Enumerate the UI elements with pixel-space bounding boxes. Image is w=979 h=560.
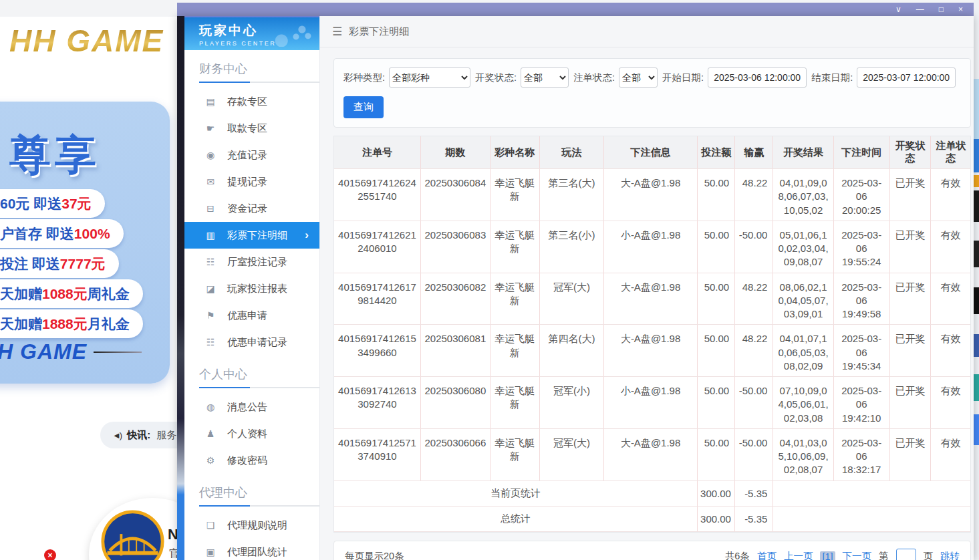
window-titlebar: ∨—□× [177, 3, 974, 16]
section-divider-accent [199, 505, 250, 507]
ticker-label: 快讯: [127, 429, 150, 442]
table-cell: 有效 [931, 221, 970, 273]
table-cell: 第三名(小) [539, 221, 603, 273]
table-cell: 20250306080 [420, 377, 490, 429]
hamburger-icon[interactable]: ☰ [332, 25, 342, 39]
promo-headline: 尊享 [9, 127, 100, 183]
bank-card-icon: ▤ [204, 96, 217, 107]
sidebar-item-label: 提现记录 [227, 176, 267, 188]
sidebar-item-label: 代理规则说明 [227, 519, 287, 532]
sidebar-item-agent-rules[interactable]: ❏代理规则说明 [184, 512, 319, 539]
sidebar-item-label: 存款专区 [227, 96, 267, 108]
table-row: 40156917412617981442020250306082幸运飞艇新冠军(… [334, 273, 970, 325]
sidebar-item-recharge-records[interactable]: ◉充值记录 [184, 142, 319, 168]
table-cell: 2025-03-06 19:45:34 [833, 325, 889, 377]
column-header: 输赢 [735, 136, 773, 169]
sidebar-item-label: 玩家投注报表 [227, 283, 287, 295]
background-right-sliver [974, 0, 979, 560]
sidebar-item-hall-bet-records[interactable]: ☷厅室投注记录 [184, 249, 319, 275]
first-page-link[interactable]: 首页 [757, 550, 777, 560]
table-cell: -50.00 [735, 377, 773, 429]
sidebar-item-withdraw-zone[interactable]: ☛取款专区 [184, 115, 319, 142]
sidebar: 玩家中心 PLAYERS CENTER 财务中心▤存款专区☛取款专区◉充值记录✉… [184, 16, 320, 560]
table-cell: 幸运飞艇新 [490, 377, 539, 429]
table-cell: 08,06,02,10,04,05,07,03,09,01 [773, 273, 833, 325]
jump-action-link[interactable]: 跳转 [940, 550, 960, 560]
lottery-type-select[interactable]: 全部彩种 [389, 67, 470, 88]
current-page-indicator[interactable]: [1] [820, 551, 835, 560]
popup-close-button[interactable]: × [44, 549, 56, 560]
table-cell: 冠军(大) [539, 273, 603, 325]
sidebar-item-promo-apply[interactable]: ⚑优惠申请 [184, 302, 319, 329]
sidebar-item-deposit-zone[interactable]: ▤存款专区 [184, 88, 319, 115]
lottery-type-select-label: 彩种类型: [343, 72, 385, 84]
next-page-link[interactable]: 下一页 [843, 550, 872, 560]
prev-page-link[interactable]: 上一页 [784, 550, 813, 560]
banner-text: 7777元 [60, 255, 106, 273]
section-divider [199, 82, 319, 83]
main-panel: ☰ 彩票下注明细 彩种类型:全部彩种开奖状态:全部注单状态:全部开始日期:结束日… [320, 16, 974, 560]
summary-win-loss: -5.35 [735, 506, 773, 531]
summary-bet-total: 300.00 [698, 506, 735, 531]
window-left-edge [177, 16, 184, 560]
sidebar-item-change-password[interactable]: ⚙修改密码 [184, 447, 319, 474]
sidebar-item-funds-records[interactable]: ⊟资金记录 [184, 195, 319, 222]
table-cell: 大-A盘@1.98 [604, 325, 698, 377]
start-date-input-label: 开始日期: [662, 72, 704, 84]
site-logo: HH GAME [9, 23, 164, 59]
table-row: 40156917412571374091020250306066幸运飞艇新冠军(… [334, 428, 970, 480]
summary-row: 当前页统计300.00-5.35 [334, 480, 970, 506]
table-cell: 20250306084 [420, 169, 490, 221]
promo-banner: 投注 即送7777元 [0, 249, 119, 278]
page-jump-input[interactable] [896, 549, 916, 560]
window-minimize-icon[interactable]: — [916, 5, 924, 13]
table-cell: 已开奖 [889, 325, 931, 377]
wallet-out-icon: ✉ [204, 176, 217, 187]
start-date-input[interactable] [708, 67, 807, 88]
table-row: 40156917412621240601020250306083幸运飞艇新第三名… [334, 221, 970, 273]
column-header: 开奖结果 [773, 136, 833, 169]
table-cell: 04,01,09,08,06,07,03,10,05,02 [773, 169, 833, 221]
sidebar-item-promo-apply-records[interactable]: ☷优惠申请记录 [184, 329, 319, 356]
moneybag-icon: ◉ [204, 150, 217, 160]
draw-status-select[interactable]: 全部 [521, 67, 569, 88]
table-cell: 有效 [931, 169, 970, 221]
table-row: 40156917412613309274020250306080幸运飞艇新冠军(… [334, 377, 970, 429]
sidebar-item-player-bet-report[interactable]: ◪玩家投注报表 [184, 275, 319, 302]
table-row: 40156917412624255174020250306084幸运飞艇新第三名… [334, 169, 970, 221]
sidebar-item-agent-team-stats[interactable]: ▣代理团队统计 [184, 539, 319, 560]
window-maximize-icon[interactable]: □ [939, 5, 944, 13]
table-cell: 已开奖 [889, 221, 931, 273]
sidebar-item-label: 优惠申请 [227, 309, 267, 322]
column-header: 玩法 [539, 136, 603, 169]
promo-panel: 尊享 60元 即送37元户首存 即送100%投注 即送7777元天加赠1088元… [0, 102, 170, 384]
section-divider [199, 505, 319, 507]
pagination-controls: 共6条 首页 上一页 [1] 下一页 第 页 跳转 [725, 549, 960, 560]
search-button[interactable]: 查询 [343, 96, 384, 118]
table-cell: 已开奖 [889, 273, 931, 325]
per-page-label: 每页显示20条 [345, 550, 404, 560]
sidebar-item-label: 厅室投注记录 [227, 256, 287, 269]
summary-empty [773, 480, 970, 506]
speaker-icon: ◄) [112, 430, 121, 440]
promo-banner: 户首存 即送100% [0, 219, 124, 248]
end-date-input-label: 结束日期: [811, 72, 853, 84]
table-cell: 幸运飞艇新 [490, 325, 539, 377]
sidebar-item-lottery-bet-details[interactable]: ▥彩票下注明细› [184, 222, 319, 249]
table-cell: 20250306081 [420, 325, 490, 377]
promo-footer-dash [94, 352, 142, 353]
sidebar-item-profile[interactable]: ♟个人资料 [184, 420, 319, 447]
window-close-icon[interactable]: × [958, 5, 963, 13]
window-collapse-icon[interactable]: ∨ [895, 5, 901, 13]
sidebar-item-withdraw-records[interactable]: ✉提现记录 [184, 168, 319, 195]
window-body: 玩家中心 PLAYERS CENTER 财务中心▤存款专区☛取款专区◉充值记录✉… [177, 16, 974, 560]
order-status-select-label: 注单状态: [573, 72, 615, 84]
order-status-select[interactable]: 全部 [619, 67, 658, 88]
withdraw-hand-icon: ☛ [204, 123, 217, 134]
promo-banner: 天加赠1888元月礼金 [0, 309, 143, 338]
end-date-input[interactable] [857, 67, 956, 88]
report-chart-icon: ◪ [204, 283, 217, 294]
banner-text: 天加赠 [0, 285, 42, 303]
sidebar-section-title: 个人中心 [184, 356, 319, 387]
sidebar-item-announcements[interactable]: ◍消息公告 [184, 394, 319, 420]
